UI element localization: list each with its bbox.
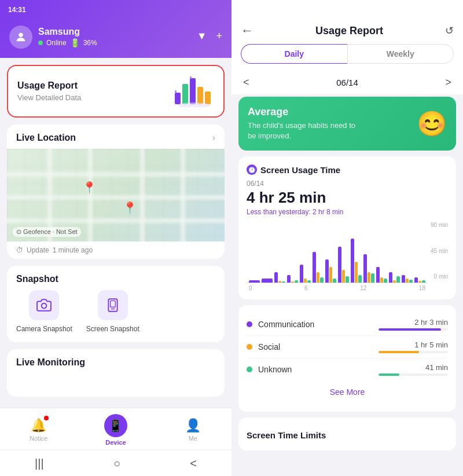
bar-purple bbox=[414, 277, 418, 283]
bar-group bbox=[363, 254, 374, 283]
bar-purple bbox=[351, 239, 354, 283]
tab-daily[interactable]: Daily bbox=[241, 44, 347, 64]
right-scroll-content: Average The child's usage habits need to… bbox=[232, 94, 463, 476]
sys-nav-back[interactable]: < bbox=[178, 455, 208, 473]
notice-icon-wrap: 🔔 bbox=[31, 418, 46, 433]
average-card: Average The child's usage habits need to… bbox=[238, 97, 456, 151]
chart-x-labels: 0 6 12 18 bbox=[247, 283, 428, 291]
usage-report-title: Usage Report bbox=[17, 80, 81, 91]
refresh-button[interactable]: ↺ bbox=[445, 24, 454, 37]
camera-snapshot-icon bbox=[29, 290, 59, 320]
usage-report-subtitle: View Detailed Data bbox=[17, 93, 81, 102]
bar-yellow bbox=[304, 279, 307, 283]
battery-icon: 🔋 bbox=[70, 38, 80, 47]
header-actions: ▼ + bbox=[197, 30, 222, 42]
svg-rect-6 bbox=[175, 90, 177, 93]
screen-usage-card: 🕐 Screen Usage Time 06/14 4 hr 25 min Le… bbox=[238, 156, 456, 299]
screen-time-limits-card: Screen Time Limits bbox=[238, 418, 456, 451]
device-info: Samsung Online 🔋 36% bbox=[38, 27, 97, 47]
nav-notice[interactable]: 🔔 Notice bbox=[21, 418, 56, 442]
notice-icon: 🔔 bbox=[31, 418, 46, 433]
app-usage-item: Communication2 hr 3 min bbox=[247, 313, 448, 336]
right-header: ← Usage Report ↺ bbox=[232, 0, 463, 38]
bar-yellow bbox=[317, 272, 320, 283]
usage-report-chart-icon bbox=[174, 75, 214, 107]
bar-yellow bbox=[406, 279, 409, 283]
bar-group bbox=[402, 275, 413, 283]
bar-group bbox=[300, 265, 311, 283]
see-more-button[interactable]: See More bbox=[247, 380, 448, 404]
app-usage-list: Communication2 hr 3 minSocial1 hr 5 minU… bbox=[247, 313, 448, 380]
date-prev[interactable]: < bbox=[243, 76, 249, 89]
nav-me[interactable]: 👤 Me bbox=[175, 418, 210, 442]
compare-value: 2 hr 8 min bbox=[313, 208, 343, 216]
bar-purple bbox=[402, 275, 405, 283]
map-area: 📍 📍 ⊙ Geofence · Not Set bbox=[7, 149, 225, 241]
app-bar-fill bbox=[379, 351, 419, 353]
sys-nav-home[interactable]: ○ bbox=[102, 455, 132, 473]
device-name: Samsung bbox=[38, 27, 97, 37]
snapshot-content: Camera Snapshot Screen Snapshot bbox=[7, 290, 225, 342]
bar-group bbox=[262, 279, 273, 283]
app-usage-right: 2 hr 3 min bbox=[379, 318, 448, 331]
app-bar-track bbox=[379, 351, 448, 353]
chart-area: 0 6 12 18 bbox=[247, 228, 428, 291]
device-label: Device bbox=[105, 439, 126, 446]
nav-device[interactable]: 📱 Device bbox=[98, 414, 133, 446]
sys-nav-menu[interactable]: ||| bbox=[23, 455, 56, 473]
bar-yellow bbox=[329, 267, 333, 283]
snapshot-title: Snapshot bbox=[16, 274, 58, 284]
app-name: Social bbox=[258, 342, 379, 351]
left-header-info: Samsung Online 🔋 36% bbox=[9, 25, 97, 49]
bar-yellow bbox=[355, 262, 358, 283]
camera-snapshot-item[interactable]: Camera Snapshot bbox=[16, 290, 72, 333]
bar-purple bbox=[287, 275, 291, 283]
bar-green bbox=[358, 275, 362, 283]
bar-yellow bbox=[418, 281, 422, 283]
avatar bbox=[9, 25, 32, 49]
device-status: Online 🔋 36% bbox=[38, 38, 97, 47]
app-time: 41 min bbox=[425, 363, 448, 372]
back-button[interactable]: ← bbox=[241, 23, 253, 38]
bar-group bbox=[287, 275, 298, 283]
chart-y-labels: 90 min 45 min 0 min bbox=[431, 222, 448, 280]
bar-group bbox=[338, 247, 349, 283]
live-monitoring-content bbox=[7, 374, 225, 397]
bar-green bbox=[371, 273, 374, 283]
app-bar-track bbox=[379, 374, 448, 376]
live-location-arrow[interactable]: › bbox=[212, 133, 215, 143]
bar-purple bbox=[249, 280, 260, 283]
map-pin: 📍 bbox=[82, 181, 97, 195]
usage-report-card[interactable]: Usage Report View Detailed Data bbox=[7, 65, 225, 118]
update-text: Update bbox=[27, 246, 49, 254]
app-bar-fill bbox=[379, 328, 441, 331]
app-time: 1 hr 5 min bbox=[414, 340, 448, 349]
bar-group bbox=[376, 267, 387, 283]
me-icon: 👤 bbox=[185, 418, 201, 433]
screen-snapshot-item[interactable]: Screen Snapshot bbox=[86, 290, 139, 333]
tab-weekly[interactable]: Weekly bbox=[347, 44, 454, 64]
left-panel: 14:31 Samsung Online 🔋 36% ▼ + bbox=[0, 0, 232, 476]
bar-yellow bbox=[291, 281, 295, 283]
svg-rect-3 bbox=[190, 78, 196, 104]
snapshot-card: Snapshot Camera Snapshot bbox=[7, 266, 225, 342]
left-time: 14:31 bbox=[8, 6, 26, 14]
update-time: 1 minute ago bbox=[53, 246, 93, 254]
live-monitoring-header: Live Monitoring bbox=[7, 349, 225, 374]
bar-purple bbox=[262, 279, 273, 283]
bar-purple bbox=[338, 247, 341, 283]
bar-green bbox=[384, 279, 387, 283]
date-next[interactable]: > bbox=[445, 76, 451, 89]
clock-icon: ⏱ bbox=[16, 246, 23, 254]
bar-green bbox=[396, 276, 400, 283]
left-header: 14:31 Samsung Online 🔋 36% ▼ + bbox=[0, 0, 232, 58]
svg-point-9 bbox=[42, 303, 47, 309]
date-nav: < 06/14 > bbox=[232, 71, 463, 94]
notice-badge bbox=[44, 416, 49, 420]
add-icon[interactable]: + bbox=[216, 30, 222, 42]
usage-time-big: 4 hr 25 min bbox=[247, 189, 448, 207]
bar-purple bbox=[376, 267, 380, 283]
tabs-bar: Daily Weekly bbox=[232, 38, 463, 71]
dropdown-icon[interactable]: ▼ bbox=[197, 30, 207, 42]
notice-label: Notice bbox=[30, 435, 47, 442]
